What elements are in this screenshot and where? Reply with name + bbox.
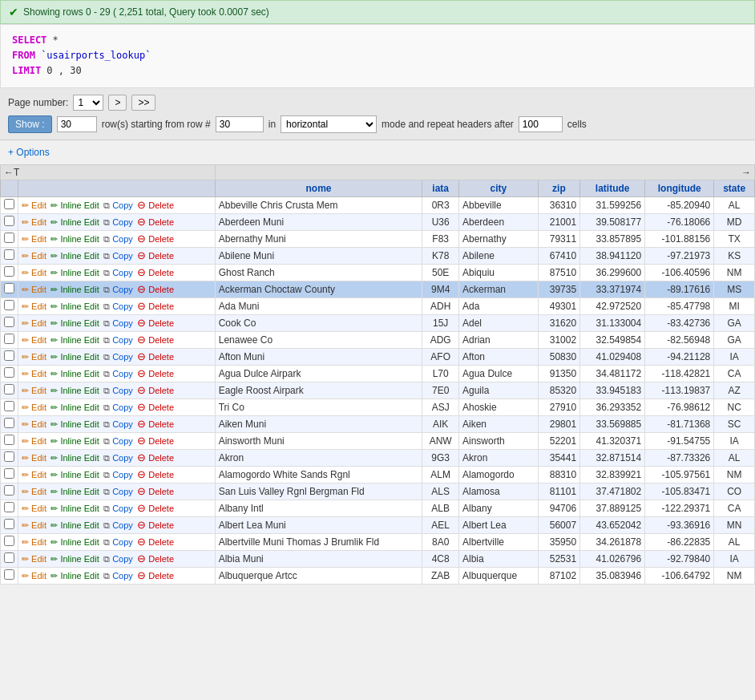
row-checkbox[interactable]	[4, 552, 14, 563]
inline-edit-link[interactable]: Inline Edit	[58, 403, 99, 412]
copy-link[interactable]: Copy	[110, 318, 133, 328]
edit-link[interactable]: Edit	[29, 217, 46, 227]
rows-per-page-input[interactable]	[57, 116, 97, 132]
row-checkbox[interactable]	[4, 283, 14, 293]
col-nav-right[interactable]: →	[215, 164, 754, 180]
row-checkbox[interactable]	[4, 216, 14, 226]
inline-edit-link[interactable]: Inline Edit	[58, 470, 99, 479]
inline-edit-link[interactable]: Inline Edit	[58, 301, 99, 311]
options-link[interactable]: + Options	[8, 144, 50, 161]
row-checkbox[interactable]	[4, 435, 14, 445]
show-button[interactable]: Show :	[8, 115, 52, 133]
delete-link[interactable]: Delete	[146, 403, 174, 412]
inline-edit-link[interactable]: Inline Edit	[58, 436, 99, 446]
next-page-button[interactable]: >	[108, 95, 127, 111]
edit-link[interactable]: Edit	[29, 571, 46, 581]
delete-link[interactable]: Delete	[146, 200, 174, 210]
delete-link[interactable]: Delete	[146, 234, 174, 244]
delete-link[interactable]: Delete	[146, 352, 174, 362]
delete-link[interactable]: Delete	[146, 571, 174, 581]
col-nav-left[interactable]: ←T	[1, 164, 216, 180]
delete-link[interactable]: Delete	[146, 504, 174, 513]
copy-link[interactable]: Copy	[110, 453, 133, 463]
edit-link[interactable]: Edit	[29, 352, 46, 362]
copy-link[interactable]: Copy	[110, 285, 133, 294]
delete-link[interactable]: Delete	[146, 436, 174, 446]
edit-link[interactable]: Edit	[29, 419, 46, 429]
delete-link[interactable]: Delete	[146, 268, 174, 277]
inline-edit-link[interactable]: Inline Edit	[58, 285, 99, 294]
inline-edit-link[interactable]: Inline Edit	[58, 318, 99, 328]
col-latitude[interactable]: latitude	[580, 180, 645, 196]
delete-link[interactable]: Delete	[146, 520, 174, 530]
delete-link[interactable]: Delete	[146, 285, 174, 294]
delete-link[interactable]: Delete	[146, 386, 174, 395]
inline-edit-link[interactable]: Inline Edit	[58, 200, 99, 210]
edit-link[interactable]: Edit	[29, 285, 46, 294]
inline-edit-link[interactable]: Inline Edit	[58, 335, 99, 345]
copy-link[interactable]: Copy	[110, 251, 133, 261]
delete-link[interactable]: Delete	[146, 537, 174, 547]
edit-link[interactable]: Edit	[29, 268, 46, 277]
row-checkbox[interactable]	[4, 334, 14, 344]
delete-link[interactable]: Delete	[146, 419, 174, 429]
edit-link[interactable]: Edit	[29, 369, 46, 378]
row-checkbox[interactable]	[4, 384, 14, 395]
edit-link[interactable]: Edit	[29, 453, 46, 463]
inline-edit-link[interactable]: Inline Edit	[58, 537, 99, 547]
edit-link[interactable]: Edit	[29, 554, 46, 564]
copy-link[interactable]: Copy	[110, 504, 133, 513]
row-checkbox[interactable]	[4, 300, 14, 310]
edit-link[interactable]: Edit	[29, 470, 46, 479]
row-checkbox[interactable]	[4, 317, 14, 327]
copy-link[interactable]: Copy	[110, 487, 133, 496]
edit-link[interactable]: Edit	[29, 520, 46, 530]
delete-link[interactable]: Delete	[146, 301, 174, 311]
inline-edit-link[interactable]: Inline Edit	[58, 453, 99, 463]
row-checkbox[interactable]	[4, 199, 14, 209]
row-checkbox[interactable]	[4, 350, 14, 361]
delete-link[interactable]: Delete	[146, 487, 174, 496]
copy-link[interactable]: Copy	[110, 386, 133, 395]
inline-edit-link[interactable]: Inline Edit	[58, 554, 99, 564]
copy-link[interactable]: Copy	[110, 470, 133, 479]
row-checkbox[interactable]	[4, 233, 14, 243]
row-checkbox[interactable]	[4, 451, 14, 462]
edit-link[interactable]: Edit	[29, 251, 46, 261]
page-number-select[interactable]: 1	[73, 95, 103, 111]
inline-edit-link[interactable]: Inline Edit	[58, 520, 99, 530]
edit-link[interactable]: Edit	[29, 200, 46, 210]
delete-link[interactable]: Delete	[146, 318, 174, 328]
start-row-input[interactable]	[216, 116, 264, 132]
delete-link[interactable]: Delete	[146, 335, 174, 345]
inline-edit-link[interactable]: Inline Edit	[58, 487, 99, 496]
copy-link[interactable]: Copy	[110, 335, 133, 345]
inline-edit-link[interactable]: Inline Edit	[58, 504, 99, 513]
copy-link[interactable]: Copy	[110, 537, 133, 547]
last-page-button[interactable]: >>	[131, 95, 155, 111]
row-checkbox[interactable]	[4, 569, 14, 580]
inline-edit-link[interactable]: Inline Edit	[58, 217, 99, 227]
delete-link[interactable]: Delete	[146, 470, 174, 479]
inline-edit-link[interactable]: Inline Edit	[58, 571, 99, 581]
delete-link[interactable]: Delete	[146, 217, 174, 227]
edit-link[interactable]: Edit	[29, 487, 46, 496]
col-nome[interactable]: nome	[215, 180, 422, 196]
inline-edit-link[interactable]: Inline Edit	[58, 386, 99, 395]
copy-link[interactable]: Copy	[110, 520, 133, 530]
edit-link[interactable]: Edit	[29, 386, 46, 395]
col-state[interactable]: state	[714, 180, 755, 196]
edit-link[interactable]: Edit	[29, 335, 46, 345]
inline-edit-link[interactable]: Inline Edit	[58, 369, 99, 378]
copy-link[interactable]: Copy	[110, 217, 133, 227]
row-checkbox[interactable]	[4, 249, 14, 260]
inline-edit-link[interactable]: Inline Edit	[58, 251, 99, 261]
edit-link[interactable]: Edit	[29, 301, 46, 311]
delete-link[interactable]: Delete	[146, 369, 174, 378]
col-longitude[interactable]: longitude	[645, 180, 714, 196]
row-checkbox[interactable]	[4, 485, 14, 496]
row-checkbox[interactable]	[4, 502, 14, 512]
row-checkbox[interactable]	[4, 367, 14, 378]
copy-link[interactable]: Copy	[110, 301, 133, 311]
copy-link[interactable]: Copy	[110, 571, 133, 581]
